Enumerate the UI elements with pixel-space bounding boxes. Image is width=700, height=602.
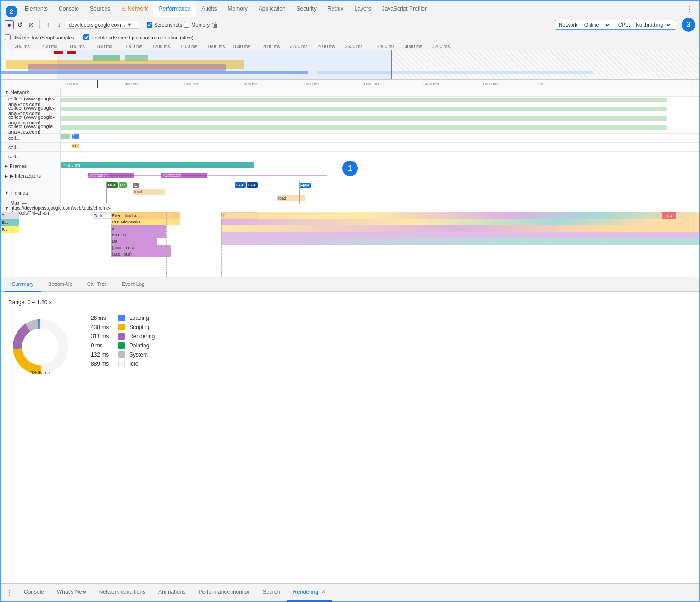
donut-svg: [8, 315, 72, 379]
enable-paint-text: Enable advanced paint instrumentation (s…: [91, 35, 194, 40]
flame-vline-1: [79, 212, 79, 277]
tab-application[interactable]: Application: [253, 1, 291, 17]
footer-menu-button[interactable]: ⋮: [1, 583, 17, 602]
reload-button[interactable]: ↺: [16, 20, 25, 29]
legend-table: 26 ms Loading 438 ms Scripting 311 ms Re…: [91, 315, 155, 367]
detail-tick-7: 1600 ms: [483, 82, 499, 86]
detail-tick-4: 1000 ms: [304, 82, 320, 86]
ruler-tick-8: 1600 ms: [207, 44, 225, 49]
ruler-tick-11: 2200 ms: [290, 44, 307, 49]
legend-loading-label: Loading: [129, 315, 149, 321]
network-caret: ▼: [5, 90, 9, 95]
record-button[interactable]: ●: [5, 20, 14, 29]
disable-js-label[interactable]: Disable JavaScript samples: [5, 34, 74, 40]
tab-network[interactable]: ⚠ Network: [116, 1, 153, 17]
detail-tick-6: 1400 ms: [423, 82, 439, 86]
network-row-4-content: [61, 124, 699, 133]
memory-checkbox[interactable]: [184, 22, 189, 28]
network-label[interactable]: ▼ Network: [1, 88, 61, 96]
download-button[interactable]: ↓: [55, 20, 64, 29]
network-row-3-content: [61, 115, 699, 124]
tab-security[interactable]: Security: [291, 1, 322, 17]
main-track-label[interactable]: ▼ Main — https://developers.google.com/w…: [1, 204, 61, 212]
timeline-overview-body[interactable]: [1, 50, 699, 80]
frames-caret: ▶: [5, 164, 8, 168]
tab-event-log[interactable]: Event Log: [115, 277, 152, 292]
tab-memory[interactable]: Memory: [222, 1, 253, 17]
tab-console[interactable]: Console: [53, 1, 84, 17]
footer-tab-animations[interactable]: Animations: [152, 583, 192, 602]
cpu-select[interactable]: No throttling 4x slowdown 6x slowdown: [634, 22, 672, 28]
tab-call-tree[interactable]: Call Tree: [80, 277, 115, 292]
more-tabs-button[interactable]: ⋮: [683, 5, 697, 13]
anon1-row: (anon...ous): [111, 245, 171, 251]
upload-button[interactable]: ↑: [44, 20, 53, 29]
legend-painting: 9 ms Painting: [91, 342, 155, 349]
selection-overlay[interactable]: [57, 50, 392, 80]
network-select[interactable]: Online Offline Slow 3G Fast 3G: [583, 22, 611, 28]
flame-chart[interactable]: T... E... F... Task T... Event: load ▲ R…: [1, 212, 699, 277]
tab-bottom-up[interactable]: Bottom-Up: [41, 277, 80, 292]
badge-3: 3: [682, 18, 695, 32]
legend-rendering-color: [118, 333, 125, 340]
detail-ruler: 200 ms 400 ms 600 ms 800 ms 1000 ms 1200…: [1, 80, 699, 88]
flame-label-F: F...: [1, 226, 19, 233]
tab-layers[interactable]: Layers: [349, 1, 377, 17]
network-content: [61, 88, 699, 96]
memory-checkbox-label[interactable]: Memory: [184, 22, 210, 28]
legend-idle-label: Idle: [129, 361, 138, 367]
interactions-label[interactable]: ▶ ▶ Interactions: [1, 171, 61, 181]
footer-tab-search[interactable]: Search: [256, 583, 286, 602]
delete-button[interactable]: 🗑: [211, 21, 218, 28]
legend-painting-time: 9 ms: [91, 342, 114, 349]
legend-system-color: [118, 351, 125, 358]
enable-paint-label[interactable]: Enable advanced paint instrumentation (s…: [83, 34, 194, 40]
l-badge: L: [133, 183, 139, 188]
legend-scripting-label: Scripting: [129, 324, 151, 330]
flame-label-T: T...: [1, 212, 19, 219]
tab-js-profiler[interactable]: JavaScript Profiler: [377, 1, 432, 17]
tab-summary[interactable]: Summary: [5, 277, 41, 292]
footer-tab-console[interactable]: Console: [17, 583, 50, 602]
legend-system: 132 ms System: [91, 351, 155, 358]
enable-paint-checkbox[interactable]: [83, 34, 89, 40]
footer-tab-performance-monitor[interactable]: Performance monitor: [192, 583, 256, 602]
ruler-tick-16: 3200 ms: [432, 44, 450, 49]
anon2-row: (ano...ous): [111, 251, 171, 257]
network-row-6-label: coll...: [1, 143, 61, 151]
url-dropdown[interactable]: ▼: [127, 22, 132, 28]
legend-painting-label: Painting: [129, 342, 149, 349]
dcl-badge: DCL: [106, 182, 118, 188]
network-row-3-label: collect (www.google-analytics.com): [1, 115, 61, 124]
rendering-close-icon[interactable]: ✕: [321, 589, 326, 595]
url-bar: developers.google.com... ▼: [66, 21, 139, 29]
timeline-detail[interactable]: 200 ms 400 ms 600 ms 800 ms 1000 ms 1200…: [1, 80, 699, 277]
toolbar: ● ↺ ⊘ ↑ ↓ developers.google.com... ▼ Scr…: [1, 17, 699, 32]
tab-sources[interactable]: Sources: [84, 1, 116, 17]
tab-redux[interactable]: Redux: [322, 1, 349, 17]
url-text: developers.google.com...: [69, 22, 125, 28]
screenshots-checkbox-label[interactable]: Screenshots: [147, 22, 182, 28]
flame-vline-2: [166, 212, 167, 277]
network-row-6: coll... KF...: [1, 143, 699, 152]
timeline-overview[interactable]: 200 ms 400 ms 600 ms 800 ms 1000 ms 1200…: [1, 43, 699, 80]
legend-scripting-color: [118, 324, 125, 330]
legend-rendering: 311 ms Rendering: [91, 333, 155, 340]
screenshots-checkbox[interactable]: [147, 22, 152, 28]
options-row: Disable JavaScript samples Enable advanc…: [1, 32, 699, 43]
far-right-1: ▲▲: [662, 212, 676, 219]
tab-performance[interactable]: Performance: [153, 1, 196, 17]
interactions-text: ▶ Interactions: [10, 173, 41, 179]
disable-js-checkbox[interactable]: [5, 34, 11, 40]
footer-tab-network-conditions[interactable]: Network conditions: [93, 583, 152, 602]
ea-next-row: Ea.next: [111, 232, 166, 238]
frames-label[interactable]: ▶ Frames: [1, 161, 61, 171]
footer-tab-rendering[interactable]: Rendering ✕: [287, 583, 332, 602]
network-row-5-content: ● K...: [61, 134, 699, 142]
legend-rendering-label: Rendering: [129, 333, 155, 340]
footer-tab-whats-new[interactable]: What's New: [50, 583, 93, 602]
tab-elements[interactable]: Elements: [19, 1, 53, 17]
network-row-2: collect (www.google-analytics.com): [1, 106, 699, 115]
clear-button[interactable]: ⊘: [27, 20, 36, 29]
tab-audits[interactable]: Audits: [196, 1, 222, 17]
